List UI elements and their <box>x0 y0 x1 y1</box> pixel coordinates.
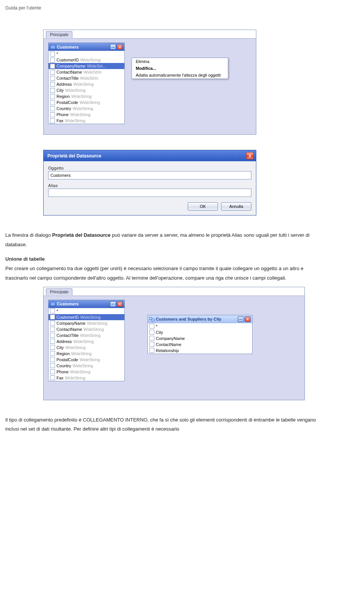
field-row[interactable]: CompanyName WideStri... <box>49 63 124 69</box>
field-row[interactable]: Country WideString <box>49 105 124 112</box>
field-checkbox[interactable] <box>50 100 55 105</box>
field-checkbox[interactable] <box>149 330 154 335</box>
field-checkbox[interactable] <box>50 375 55 380</box>
field-row[interactable]: PostalCode WideString <box>49 99 124 105</box>
field-row[interactable]: * <box>49 308 124 314</box>
field-row[interactable]: Region WideString <box>49 93 124 99</box>
field-name: CompanyName <box>156 336 185 341</box>
field-checkbox[interactable] <box>50 308 55 313</box>
field-checkbox[interactable] <box>50 333 55 338</box>
field-row[interactable]: Fax WideString <box>49 375 124 381</box>
field-row[interactable]: Address WideString <box>49 338 124 344</box>
field-row[interactable]: Relationship <box>148 348 252 354</box>
field-checkbox[interactable] <box>50 82 55 87</box>
field-checkbox[interactable] <box>50 351 55 356</box>
field-type: WideStrin <box>80 76 98 81</box>
field-row[interactable]: CustomerID WideString <box>49 57 124 63</box>
field-row[interactable]: * <box>49 51 124 57</box>
input-oggetto[interactable] <box>48 171 251 179</box>
field-checkbox[interactable] <box>50 315 55 319</box>
field-row[interactable]: City WideString <box>49 344 124 351</box>
work-area: Customers — x *CustomerID WideStringComp… <box>44 39 256 134</box>
field-checkbox[interactable] <box>50 88 55 93</box>
table-panel-customers-3[interactable]: Customers — x *CustomerID WideStringComp… <box>48 300 125 381</box>
table-panel-header-3a[interactable]: Customers — x <box>49 300 124 308</box>
field-checkbox[interactable] <box>50 321 55 326</box>
tab-principale[interactable]: Principale <box>46 31 72 38</box>
field-row[interactable]: ContactName <box>148 341 252 348</box>
field-row[interactable]: Address WideString <box>49 81 124 87</box>
field-name: ContactTitle <box>56 333 78 338</box>
field-checkbox[interactable] <box>50 94 55 99</box>
field-type: WideString <box>71 351 92 356</box>
menu-modifica[interactable]: Modifica... <box>132 65 228 72</box>
field-name: CustomerID <box>56 57 79 63</box>
field-name: Address <box>56 82 72 87</box>
field-checkbox[interactable] <box>50 70 55 75</box>
field-type: WideString <box>65 345 86 350</box>
field-name: Region <box>56 351 70 356</box>
dialog-close-button[interactable]: X <box>246 152 254 159</box>
menu-adatta-altezza[interactable]: Adatta automaticamente l'altezza degli o… <box>132 72 228 79</box>
field-checkbox[interactable] <box>50 345 55 350</box>
tab-principale-3[interactable]: Principale <box>46 288 72 295</box>
field-name: City <box>56 345 64 350</box>
field-row[interactable]: Region WideString <box>49 351 124 357</box>
field-checkbox[interactable] <box>50 64 55 69</box>
table-panel-title-3a: Customers <box>57 302 78 306</box>
close-button[interactable]: x <box>245 316 251 322</box>
field-checkbox[interactable] <box>149 342 154 347</box>
close-button[interactable]: x <box>117 44 123 50</box>
dialog-titlebar[interactable]: Proprietà del Datasource X <box>44 150 256 161</box>
input-alias[interactable] <box>48 189 251 197</box>
field-row[interactable]: Phone WideString <box>49 369 124 375</box>
field-row[interactable]: Country WideString <box>49 363 124 369</box>
field-checkbox[interactable] <box>149 348 154 353</box>
field-type: WideString <box>65 118 85 123</box>
field-checkbox[interactable] <box>50 118 55 123</box>
field-name: Fax <box>56 375 63 381</box>
minimize-button[interactable]: — <box>110 301 116 307</box>
field-name: CustomerID <box>56 315 79 320</box>
field-checkbox[interactable] <box>50 58 55 63</box>
field-checkbox[interactable] <box>50 339 55 344</box>
field-name: Relationship <box>156 348 179 353</box>
field-checkbox[interactable] <box>50 52 55 57</box>
field-row[interactable]: City <box>148 329 252 335</box>
ok-button[interactable]: OK <box>188 202 218 211</box>
cancel-button[interactable]: Annulla <box>221 202 251 211</box>
field-row[interactable]: ContactName WideStrin <box>49 69 124 75</box>
field-checkbox[interactable] <box>50 369 55 374</box>
dialog-title: Proprietà del Datasource <box>47 153 101 159</box>
minimize-button[interactable]: — <box>238 316 244 322</box>
minimize-button[interactable]: — <box>110 44 116 50</box>
field-row[interactable]: Phone WideString <box>49 112 124 118</box>
field-name: * <box>56 308 58 314</box>
field-row[interactable]: CompanyName WideString <box>49 320 124 326</box>
table-panel-customers[interactable]: Customers — x *CustomerID WideStringComp… <box>48 42 125 124</box>
table-panel-header-3b[interactable]: Customers and Suppliers by City — x <box>148 315 252 323</box>
field-row[interactable]: CustomerID WideString <box>49 314 124 320</box>
field-checkbox[interactable] <box>149 336 154 341</box>
field-row[interactable]: ContactName WideString <box>49 326 124 332</box>
field-checkbox[interactable] <box>50 112 55 117</box>
field-checkbox[interactable] <box>50 327 55 332</box>
table-panel-header[interactable]: Customers — x <box>49 43 124 51</box>
table-panel-suppliers[interactable]: Customers and Suppliers by City — x *Cit… <box>147 315 253 354</box>
field-row[interactable]: ContactTitle WideStrin <box>49 75 124 81</box>
field-type: WideString <box>80 333 100 338</box>
field-row[interactable]: Fax WideString <box>49 118 124 124</box>
menu-elimina[interactable]: Elimina <box>132 58 228 65</box>
tab-strip-3: Principale <box>44 287 304 296</box>
field-row[interactable]: City WideString <box>49 87 124 93</box>
field-row[interactable]: CompanyName <box>148 335 252 341</box>
field-checkbox[interactable] <box>50 357 55 362</box>
field-checkbox[interactable] <box>50 363 55 368</box>
field-checkbox[interactable] <box>149 324 154 329</box>
close-button[interactable]: x <box>117 301 123 307</box>
field-row[interactable]: * <box>148 323 252 329</box>
field-row[interactable]: ContactTitle WideString <box>49 332 124 338</box>
field-checkbox[interactable] <box>50 106 55 111</box>
field-checkbox[interactable] <box>50 76 55 81</box>
field-row[interactable]: PostalCode WideString <box>49 357 124 363</box>
